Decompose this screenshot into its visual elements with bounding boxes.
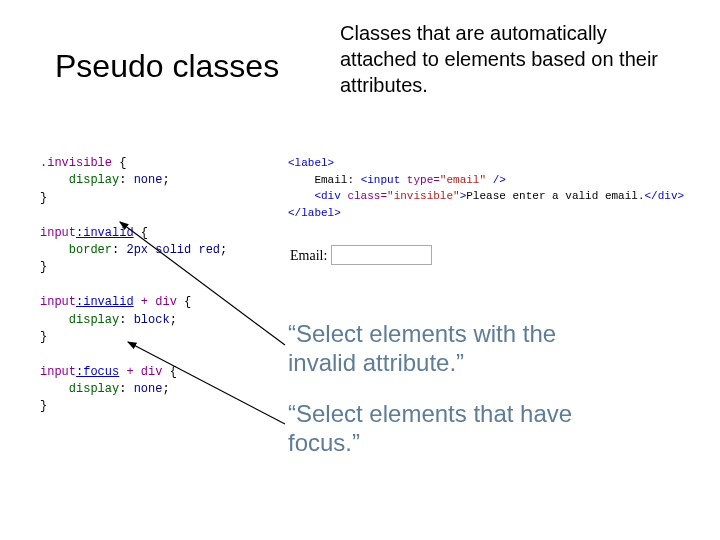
html-code-block: <label> Email: <input type="email" /> <d… — [288, 155, 684, 221]
rule1-selector: .invisible — [40, 156, 112, 170]
slide-title: Pseudo classes — [55, 48, 279, 85]
rule2-pseudo: :invalid — [76, 226, 134, 240]
css-code-block: .invisible { display: none; } input:inva… — [40, 155, 227, 416]
rule4-base: input — [40, 365, 76, 379]
rendered-output: Email: — [290, 245, 432, 265]
rule4-pseudo: :focus — [76, 365, 119, 379]
rule3-comb: + div — [134, 295, 177, 309]
rule2-prop: border — [69, 243, 112, 257]
hl2d: "email" — [440, 174, 486, 186]
hl2c: type= — [407, 174, 440, 186]
rule1-val: none — [134, 173, 163, 187]
hl3c: "invisible" — [387, 190, 460, 202]
hl2a: Email: — [288, 174, 361, 186]
rendered-email-input[interactable] — [331, 245, 432, 265]
hl3b: class= — [347, 190, 387, 202]
rule3-pseudo: :invalid — [76, 295, 134, 309]
rule1-prop: display — [69, 173, 119, 187]
hl1: <label> — [288, 157, 334, 169]
rule2-val: 2px solid red — [126, 243, 220, 257]
rule4-comb: + div — [119, 365, 162, 379]
rendered-label: Email: — [290, 248, 327, 263]
annotation-invalid-quote: “Select elements with the invalid attrib… — [288, 320, 618, 378]
annotation-focus-quote: “Select elements that have focus.” — [288, 400, 618, 458]
hl3a: <div — [288, 190, 347, 202]
rule4-prop: display — [69, 382, 119, 396]
rule3-prop: display — [69, 313, 119, 327]
rule3-base: input — [40, 295, 76, 309]
hl2b: <input — [361, 174, 407, 186]
hl3e: Please enter a valid email. — [466, 190, 644, 202]
rule3-val: block — [134, 313, 170, 327]
slide-subtitle: Classes that are automatically attached … — [340, 20, 680, 98]
hl4: </label> — [288, 207, 341, 219]
rule4-val: none — [134, 382, 163, 396]
rule2-base: input — [40, 226, 76, 240]
hl2e: /> — [486, 174, 506, 186]
hl3f: </div> — [645, 190, 685, 202]
